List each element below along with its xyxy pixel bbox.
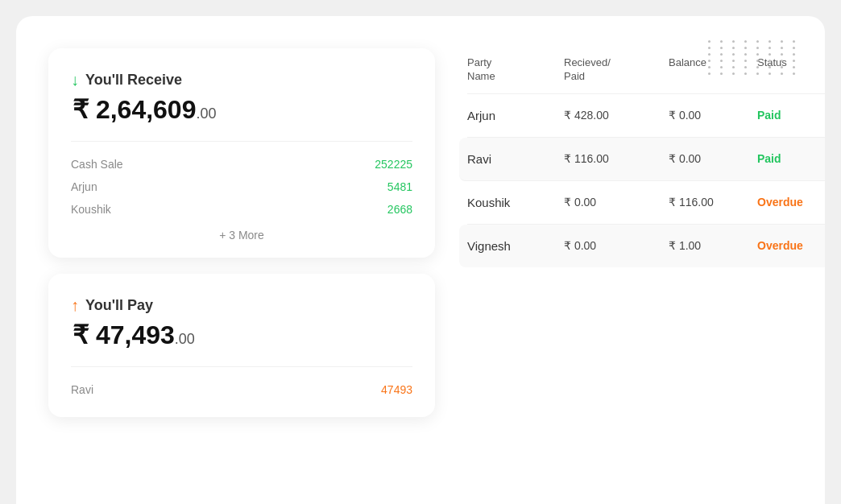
dot <box>744 72 747 75</box>
table-body: Arjun ₹ 428.00 ₹ 0.00 Paid Ravi ₹ 116.00… <box>467 94 825 267</box>
dot <box>744 53 747 56</box>
row-label: Ravi <box>71 383 93 396</box>
balance-amount: ₹ 1.00 <box>669 239 757 252</box>
dot <box>756 47 759 49</box>
status-badge: Overdue <box>757 196 825 209</box>
dot <box>720 47 723 49</box>
table-row: Ravi ₹ 116.00 ₹ 0.00 Paid <box>459 138 825 181</box>
row-value: 252225 <box>375 158 412 171</box>
dot <box>768 40 771 43</box>
dot <box>793 72 795 75</box>
dot <box>732 53 735 56</box>
party-name: Koushik <box>467 196 564 209</box>
dot <box>732 60 735 62</box>
dot <box>756 40 759 43</box>
dot <box>781 66 783 68</box>
pay-amount: ₹ 47,493.00 <box>72 320 412 350</box>
dot <box>744 40 747 43</box>
dot <box>756 66 759 68</box>
pay-rows: Ravi 47493 <box>71 378 412 401</box>
dot <box>768 47 771 49</box>
status-badge: Overdue <box>757 239 825 252</box>
dot <box>720 66 723 68</box>
left-column: ↓ You'll Receive ₹ 2,64,609.00 Cash Sale… <box>48 48 435 488</box>
dot <box>720 40 723 43</box>
dot <box>793 60 795 62</box>
row-label: Cash Sale <box>71 158 123 171</box>
table-header-cell: Recieved/Paid <box>564 56 669 84</box>
dot <box>732 40 735 43</box>
pay-card-header: ↑ You'll Pay <box>71 296 412 315</box>
dot <box>732 47 735 49</box>
dot <box>768 53 771 56</box>
dot <box>768 72 771 75</box>
dot <box>708 53 710 56</box>
dot <box>732 66 735 68</box>
table-row: Arjun ₹ 428.00 ₹ 0.00 Paid <box>467 94 825 138</box>
received-amount: ₹ 428.00 <box>564 109 669 122</box>
pay-card: ↑ You'll Pay ₹ 47,493.00 Ravi 47493 <box>48 274 435 417</box>
dot <box>732 72 735 75</box>
status-badge: Paid <box>757 152 825 165</box>
row-value: 47493 <box>381 383 412 396</box>
row-value: 5481 <box>387 180 412 193</box>
dot <box>781 53 783 56</box>
card-row: Arjun 5481 <box>71 176 412 198</box>
dot <box>720 72 723 75</box>
dot <box>756 60 759 62</box>
dot <box>708 40 710 43</box>
dot <box>781 60 783 62</box>
receive-card: ↓ You'll Receive ₹ 2,64,609.00 Cash Sale… <box>48 48 435 258</box>
dot <box>744 60 747 62</box>
receive-amount: ₹ 2,64,609.00 <box>72 94 412 125</box>
received-amount: ₹ 0.00 <box>564 239 669 252</box>
dot <box>781 40 783 43</box>
table-header-cell: PartyName <box>467 56 564 84</box>
row-label: Arjun <box>71 180 97 193</box>
more-link[interactable]: + 3 More <box>71 221 412 242</box>
balance-amount: ₹ 0.00 <box>669 152 757 165</box>
arrow-up-icon: ↑ <box>71 296 79 315</box>
received-amount: ₹ 0.00 <box>564 196 669 209</box>
dot <box>756 72 759 75</box>
table-row: Vignesh ₹ 0.00 ₹ 1.00 Overdue <box>459 225 825 267</box>
party-name: Arjun <box>467 109 564 122</box>
dot <box>793 47 795 49</box>
dot <box>781 72 783 75</box>
balance-amount: ₹ 0.00 <box>669 109 757 122</box>
received-amount: ₹ 116.00 <box>564 152 669 165</box>
receive-card-title: You'll Receive <box>85 72 182 89</box>
card-row: Koushik 2668 <box>71 198 412 221</box>
row-value: 2668 <box>387 203 412 216</box>
dot <box>708 60 710 62</box>
receive-rows: Cash Sale 252225 Arjun 5481 Koushik 2668 <box>71 153 412 221</box>
balance-amount: ₹ 116.00 <box>669 196 757 209</box>
dot-grid-decoration: // Will be rendered in JS below <box>708 40 801 75</box>
divider <box>71 141 412 142</box>
dot <box>744 66 747 68</box>
party-name: Vignesh <box>467 239 564 253</box>
main-container: // Will be rendered in JS below ↓ You'll… <box>16 16 825 504</box>
divider <box>71 366 412 367</box>
status-badge: Paid <box>757 109 825 122</box>
dot <box>720 53 723 56</box>
summary-table: PartyNameRecieved/PaidBalanceStatus Arju… <box>467 56 825 267</box>
receive-card-header: ↓ You'll Receive <box>71 71 412 89</box>
dot <box>793 53 795 56</box>
row-label: Koushik <box>71 203 111 216</box>
table-row: Koushik ₹ 0.00 ₹ 116.00 Overdue <box>467 181 825 225</box>
dot <box>793 40 795 43</box>
dot <box>744 47 747 49</box>
right-column: PartyNameRecieved/PaidBalanceStatus Arju… <box>467 48 825 488</box>
dot <box>768 60 771 62</box>
dot <box>708 47 710 49</box>
dot <box>720 60 723 62</box>
dot <box>756 53 759 56</box>
party-name: Ravi <box>467 152 564 166</box>
card-row: Cash Sale 252225 <box>71 153 412 176</box>
dot <box>708 66 710 68</box>
arrow-down-icon: ↓ <box>71 71 79 89</box>
card-row: Ravi 47493 <box>71 378 412 401</box>
dot <box>793 66 795 68</box>
dot <box>781 47 783 49</box>
